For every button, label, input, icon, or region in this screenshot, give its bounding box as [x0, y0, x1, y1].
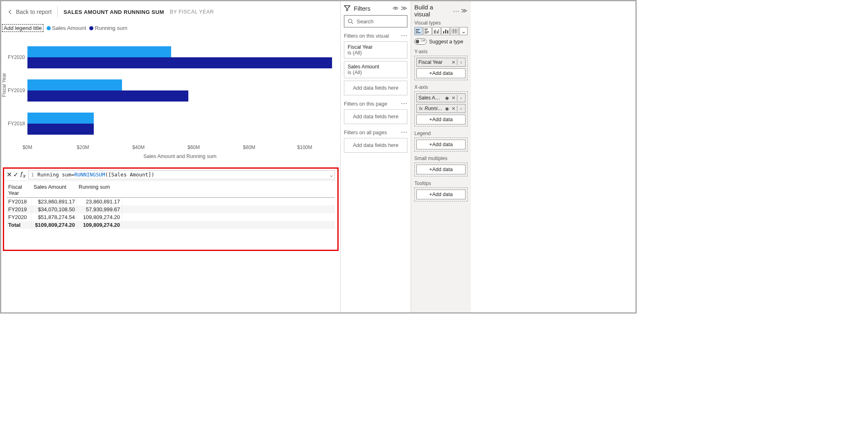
more-icon[interactable] [401, 33, 407, 39]
svg-rect-3 [416, 31, 418, 32]
table-row-total: Total $109,809,274.20 109,809,274.20 [7, 221, 335, 229]
suggest-label: Suggest a type [429, 39, 463, 45]
filter-icon [344, 5, 350, 11]
small-multiples-label: Small multiples [414, 156, 468, 161]
svg-rect-10 [435, 29, 436, 34]
eye-icon[interactable]: ◉ [445, 106, 450, 111]
filter-card-sales-amount[interactable]: Sales Amount is (All) [344, 61, 407, 78]
chevron-left-icon [8, 9, 13, 14]
filters-on-all-label: Filters on all pages [344, 130, 387, 135]
tooltips-well[interactable]: +Add data [414, 187, 468, 201]
y-axis-title: Fiscal Year [1, 73, 7, 97]
x-tick: $80M [243, 145, 255, 150]
back-label: Back to report [16, 9, 52, 15]
field-running-sum[interactable]: fx Runni… ◉ ✕ › [416, 104, 466, 113]
cancel-formula-icon[interactable]: ✕ [7, 171, 12, 178]
y-tick-fy2019: FY2019 [5, 88, 25, 93]
add-data-small-multiples[interactable]: +Add data [416, 165, 466, 174]
remove-icon[interactable]: ✕ [451, 106, 456, 111]
bar-fy2018-running[interactable] [27, 124, 94, 135]
x-axis-title: Sales Amount and Running sum [143, 154, 217, 159]
back-to-report-button[interactable]: Back to report [8, 9, 52, 15]
legend-well[interactable]: +Add data [414, 138, 468, 151]
x-tick: $40M [132, 145, 145, 150]
filters-search-input[interactable]: Search [344, 15, 407, 27]
bar-fy2020-sales[interactable] [27, 46, 171, 57]
small-multiples-well[interactable]: +Add data [414, 163, 468, 176]
svg-rect-12 [438, 29, 439, 34]
more-icon[interactable] [453, 8, 459, 14]
col-header-running-sum[interactable]: Running sum [77, 183, 122, 197]
bar-fy2020-running[interactable] [27, 57, 332, 68]
data-table: Fiscal Year Sales Amount Running sum FY2… [4, 183, 337, 229]
dropzone-all[interactable]: Add data fields here [344, 138, 407, 153]
add-data-xaxis[interactable]: +Add data [416, 115, 466, 124]
yaxis-label: Y-axis [414, 49, 468, 54]
chevron-right-icon[interactable]: › [459, 106, 463, 111]
bar-fy2018-sales[interactable] [27, 113, 94, 124]
swatch-icon [47, 26, 51, 30]
visual-type-stacked-bar[interactable] [414, 27, 423, 35]
bar-fy2019-sales[interactable] [27, 79, 122, 90]
remove-icon[interactable]: ✕ [451, 60, 456, 65]
svg-rect-5 [425, 29, 428, 29]
bar-fy2019-running[interactable] [27, 90, 188, 102]
collapse-icon[interactable]: ≫ [401, 5, 407, 12]
eye-icon[interactable] [393, 5, 398, 11]
field-fiscal-year[interactable]: Fiscal Year ✕ › [416, 58, 466, 67]
suggest-toggle[interactable]: Off [414, 38, 427, 45]
visual-type-clustered-column[interactable] [432, 27, 441, 35]
col-header-fiscal-year[interactable]: Fiscal Year [7, 183, 32, 197]
commit-formula-icon[interactable]: ✓ [13, 171, 18, 178]
visual-type-table[interactable] [450, 27, 459, 35]
more-icon[interactable] [401, 101, 407, 107]
field-sales-amount[interactable]: Sales Am… ◉ ✕ › [416, 93, 466, 102]
svg-rect-11 [437, 31, 438, 34]
page-subtitle: BY FISCAL YEAR [170, 9, 214, 15]
svg-rect-4 [416, 32, 420, 33]
chevron-right-icon[interactable]: › [459, 95, 463, 100]
tooltips-label: Tooltips [414, 181, 468, 186]
search-icon [348, 18, 353, 24]
yaxis-well[interactable]: Fiscal Year ✕ › +Add data [414, 56, 468, 80]
visual-type-dropdown[interactable]: ⌄ [459, 27, 468, 35]
dropzone-visual[interactable]: Add data fields here [344, 81, 407, 95]
xaxis-well[interactable]: Sales Am… ◉ ✕ › fx Runni… ◉ ✕ › +Add dat… [414, 91, 468, 126]
collapse-icon[interactable]: ≫ [461, 7, 468, 14]
svg-point-1 [348, 19, 352, 23]
remove-icon[interactable]: ✕ [451, 95, 456, 101]
col-header-sales-amount[interactable]: Sales Amount [32, 183, 77, 197]
filter-card-fiscal-year[interactable]: Fiscal Year is (All) [344, 41, 407, 59]
table-row: FY2020 $51,878,274.54 109,809,274.20 [7, 213, 335, 221]
x-tick: $0M [23, 145, 32, 150]
search-placeholder: Search [357, 18, 373, 25]
build-visual-pane: Build a visual ≫ Visual types ⌄ Off Sugg… [411, 1, 471, 312]
add-data-legend[interactable]: +Add data [416, 140, 466, 149]
filters-pane: Filters ≫ Search Filters on this visual … [340, 1, 411, 312]
filters-title: Filters [354, 5, 389, 12]
visual-type-clustered-bar[interactable] [423, 27, 432, 35]
legend-label: Legend [414, 131, 468, 136]
page-title: SALES AMOUNT AND RUNNING SUM [63, 9, 164, 15]
svg-rect-16 [452, 29, 457, 34]
dropzone-page[interactable]: Add data fields here [344, 109, 407, 124]
svg-rect-13 [443, 31, 444, 34]
formula-bar[interactable]: 1 Running sum = RUNNINGSUM ([ Sales Amou… [28, 170, 335, 179]
x-tick: $20M [77, 145, 89, 150]
y-tick-fy2018: FY2018 [5, 121, 25, 126]
chevron-right-icon[interactable]: › [459, 60, 463, 65]
legend-item-2[interactable]: Running sum [89, 25, 127, 31]
legend-item-1[interactable]: Sales Amount [47, 25, 86, 31]
chevron-down-icon[interactable]: ⌄ [330, 172, 333, 178]
svg-rect-14 [445, 29, 446, 34]
visual-type-column[interactable] [441, 27, 450, 35]
add-data-yaxis[interactable]: +Add data [416, 68, 466, 78]
chart-legend: Add legend title Sales Amount Running su… [2, 24, 127, 32]
y-tick-fy2020: FY2020 [5, 54, 25, 60]
eye-icon[interactable]: ◉ [445, 95, 450, 101]
visual-types-label: Visual types [414, 20, 468, 26]
add-data-tooltips[interactable]: +Add data [416, 190, 466, 199]
legend-title-input[interactable]: Add legend title [2, 24, 43, 32]
more-icon[interactable] [401, 130, 407, 135]
fx-icon[interactable]: ƒx [20, 170, 26, 179]
